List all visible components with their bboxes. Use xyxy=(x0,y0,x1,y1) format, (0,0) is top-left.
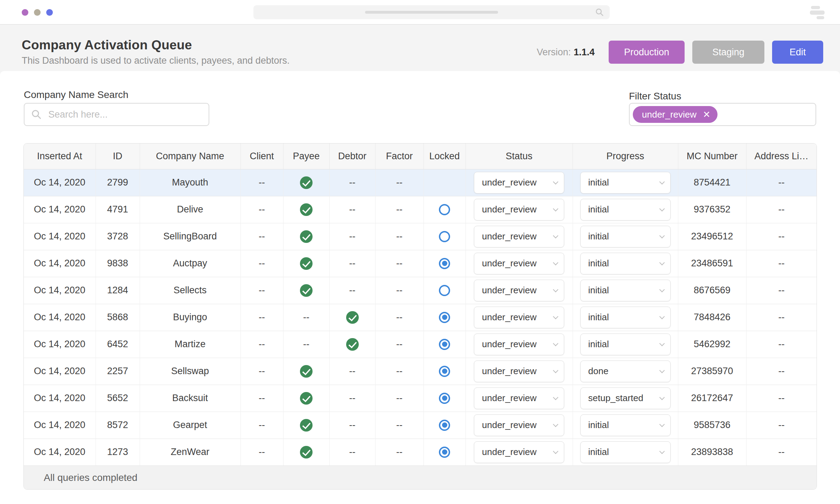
radio-dot xyxy=(442,449,447,455)
cell-payee xyxy=(283,439,329,465)
cell-company: Backsuit xyxy=(140,385,240,412)
cell-address: -- xyxy=(746,331,817,358)
progress-select[interactable]: setup_started xyxy=(580,387,671,409)
status-value: under_review xyxy=(482,447,537,457)
cell-factor: -- xyxy=(375,439,424,465)
progress-select[interactable]: done xyxy=(580,360,671,382)
cell-debtor: -- xyxy=(329,385,375,412)
status-select[interactable]: under_review xyxy=(474,280,564,301)
cell-factor: -- xyxy=(375,385,424,412)
cell-payee xyxy=(283,223,329,250)
progress-select[interactable]: initial xyxy=(580,334,671,355)
cell-locked xyxy=(424,304,465,331)
check-icon xyxy=(300,284,313,297)
cell-company: Gearpet xyxy=(140,412,240,439)
cell-address: -- xyxy=(746,439,817,465)
progress-select[interactable]: initial xyxy=(580,172,671,194)
chevron-down-icon xyxy=(553,179,559,184)
status-select[interactable]: under_review xyxy=(474,199,564,220)
close-icon[interactable]: ✕ xyxy=(703,110,710,119)
cell-company: Mayouth xyxy=(140,169,240,196)
progress-select[interactable]: initial xyxy=(580,441,671,463)
cell-id: 3728 xyxy=(96,223,140,250)
check-icon xyxy=(300,203,313,216)
status-select[interactable]: under_review xyxy=(474,334,564,355)
cell-debtor: -- xyxy=(329,358,375,385)
production-button[interactable]: Production xyxy=(609,41,685,64)
status-select[interactable]: under_review xyxy=(474,387,564,409)
status-select[interactable]: under_review xyxy=(474,172,564,194)
cell-debtor: -- xyxy=(329,223,375,250)
locked-radio[interactable] xyxy=(439,204,450,215)
cell-factor: -- xyxy=(375,412,424,439)
cell-mc: 23486591 xyxy=(678,250,746,277)
browser-menu-icon[interactable] xyxy=(810,6,825,19)
chevron-down-icon xyxy=(659,260,665,265)
locked-radio[interactable] xyxy=(439,231,450,242)
locked-radio[interactable] xyxy=(439,393,450,404)
cell-address: -- xyxy=(746,277,817,304)
progress-select[interactable]: initial xyxy=(580,253,671,274)
chevron-down-icon xyxy=(659,394,665,400)
cell-client: -- xyxy=(240,358,283,385)
company-name-search-input[interactable] xyxy=(24,103,209,126)
address-bar[interactable] xyxy=(253,5,610,19)
table-row: Oc 14, 20201284Sellects------under_revie… xyxy=(24,277,817,304)
status-select[interactable]: under_review xyxy=(474,414,564,436)
cell-client: -- xyxy=(240,250,283,277)
table-body: Oc 14, 20202799Mayouth------under_review… xyxy=(24,169,817,465)
progress-select[interactable]: initial xyxy=(580,307,671,328)
status-select[interactable]: under_review xyxy=(474,360,564,382)
cell-client: -- xyxy=(240,169,283,196)
radio-dot xyxy=(442,396,447,401)
cell-company: SellingBoard xyxy=(140,223,240,250)
chevron-down-icon xyxy=(659,206,665,211)
progress-select[interactable]: initial xyxy=(580,280,671,301)
status-select[interactable]: under_review xyxy=(474,253,564,274)
window-dot-3[interactable] xyxy=(46,9,53,16)
locked-radio[interactable] xyxy=(439,285,450,296)
status-value: under_review xyxy=(482,231,537,242)
status-select[interactable]: under_review xyxy=(474,307,564,328)
progress-select[interactable]: initial xyxy=(580,199,671,220)
filter-status-input[interactable]: under_review ✕ xyxy=(629,103,816,126)
status-select[interactable]: under_review xyxy=(474,441,564,463)
check-icon xyxy=(346,311,359,324)
locked-radio[interactable] xyxy=(439,339,450,350)
locked-radio[interactable] xyxy=(439,258,450,269)
table-status-text: All queries completed xyxy=(44,472,138,483)
locked-radio[interactable] xyxy=(439,420,450,431)
cell-client: -- xyxy=(240,385,283,412)
staging-button[interactable]: Staging xyxy=(692,41,764,64)
locked-radio[interactable] xyxy=(439,366,450,377)
cell-status: under_review xyxy=(465,169,573,196)
header-cell: Inserted At xyxy=(24,144,96,169)
check-icon xyxy=(346,338,359,351)
radio-dot xyxy=(442,342,447,347)
window-dot-2[interactable] xyxy=(34,9,41,16)
status-select[interactable]: under_review xyxy=(474,226,564,247)
cell-status: under_review xyxy=(465,412,573,439)
progress-value: initial xyxy=(588,258,609,269)
search-icon xyxy=(595,8,604,17)
progress-select[interactable]: initial xyxy=(580,414,671,436)
cell-payee xyxy=(283,277,329,304)
window-dot-1[interactable] xyxy=(22,9,28,16)
locked-radio[interactable] xyxy=(439,447,450,458)
cell-payee xyxy=(283,385,329,412)
cell-mc: 7848426 xyxy=(678,304,746,331)
cell-company: Delive xyxy=(140,196,240,223)
chevron-down-icon xyxy=(659,287,665,292)
edit-button[interactable]: Edit xyxy=(772,41,823,64)
status-value: under_review xyxy=(482,339,537,350)
progress-value: done xyxy=(588,366,609,377)
table-row: Oc 14, 20205652Backsuit------under_revie… xyxy=(24,385,817,412)
cell-payee: -- xyxy=(283,304,329,331)
locked-radio[interactable] xyxy=(439,312,450,323)
version-value: 1.1.4 xyxy=(574,47,595,58)
progress-value: setup_started xyxy=(588,393,644,404)
header-cell: Payee xyxy=(283,144,329,169)
progress-select[interactable]: initial xyxy=(580,226,671,247)
cell-factor: -- xyxy=(375,196,424,223)
table-row: Oc 14, 20209838Auctpay------under_review… xyxy=(24,250,817,277)
